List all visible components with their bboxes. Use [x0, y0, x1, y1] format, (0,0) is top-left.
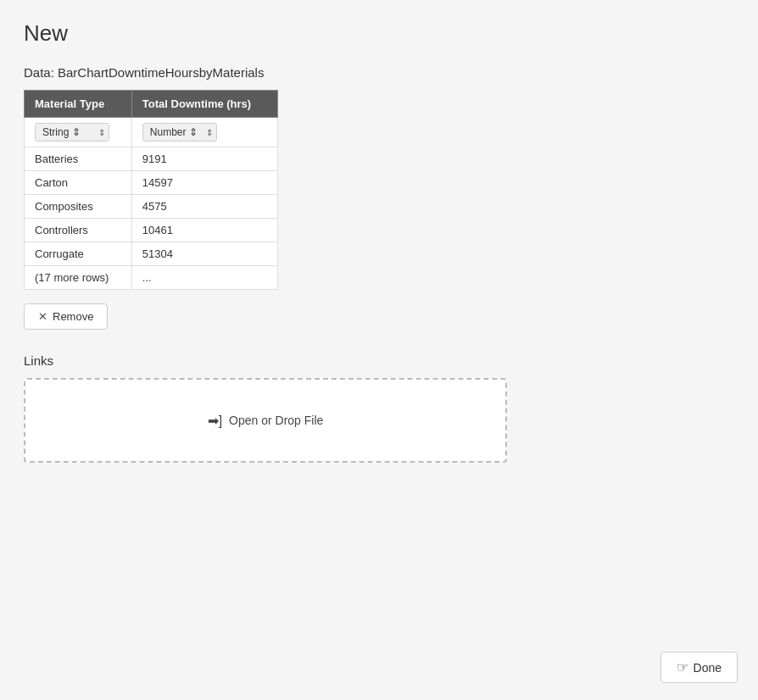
data-table: Material Type Total Downtime (hrs) Strin…: [24, 90, 278, 290]
page-container: New Data: BarChartDowntimeHoursbyMateria…: [0, 0, 758, 700]
type-select-cell-downtime: Number ⇕ String ⇕ Date ⇕ Boolean ⇕: [131, 118, 277, 147]
cell-material-type: Carton: [25, 171, 132, 195]
cell-material-type: Composites: [25, 195, 132, 219]
column-header-total-downtime: Total Downtime (hrs): [131, 91, 277, 118]
cell-total-downtime: 9191: [131, 147, 277, 171]
page-title: New: [24, 20, 734, 47]
x-icon: ✕: [38, 310, 47, 323]
column-header-material-type: Material Type: [25, 91, 132, 118]
cell-material-type: Corrugate: [25, 242, 132, 266]
string-select-wrapper[interactable]: String ⇕ Number ⇕ Date ⇕ Boolean ⇕: [35, 123, 109, 142]
drop-zone[interactable]: ➡] Open or Drop File: [24, 378, 507, 463]
type-select-cell-material: String ⇕ Number ⇕ Date ⇕ Boolean ⇕: [25, 118, 132, 147]
cell-more-rows-ellipsis: ...: [131, 266, 277, 290]
drop-zone-label: Open or Drop File: [229, 414, 323, 427]
cell-total-downtime: 51304: [131, 242, 277, 266]
table-row-more: (17 more rows) ...: [25, 266, 278, 290]
material-type-select[interactable]: String ⇕ Number ⇕ Date ⇕ Boolean ⇕: [35, 123, 109, 142]
table-row: Batteries 9191: [25, 147, 278, 171]
table-row: Carton 14597: [25, 171, 278, 195]
open-file-icon: ➡]: [208, 413, 222, 429]
cell-total-downtime: 10461: [131, 219, 277, 242]
done-button-label: Done: [694, 661, 722, 675]
drop-zone-content: ➡] Open or Drop File: [208, 413, 324, 429]
table-row: Corrugate 51304: [25, 242, 278, 266]
cell-material-type: Controllers: [25, 219, 132, 242]
downtime-type-select[interactable]: Number ⇕ String ⇕ Date ⇕ Boolean ⇕: [142, 123, 217, 142]
number-select-wrapper[interactable]: Number ⇕ String ⇕ Date ⇕ Boolean ⇕: [142, 123, 217, 142]
table-row: Controllers 10461: [25, 219, 278, 242]
data-section-label: Data: BarChartDowntimeHoursbyMaterials: [24, 65, 734, 80]
cell-total-downtime: 4575: [131, 195, 277, 219]
cell-total-downtime: 14597: [131, 171, 277, 195]
cursor-icon: ☞: [677, 659, 688, 675]
done-button[interactable]: ☞ Done: [660, 652, 738, 683]
cell-material-type: Batteries: [25, 147, 132, 171]
cell-more-rows: (17 more rows): [25, 266, 132, 290]
remove-button[interactable]: ✕ Remove: [24, 303, 108, 330]
table-row: Composites 4575: [25, 195, 278, 219]
links-section-label: Links: [24, 353, 734, 368]
remove-button-label: Remove: [53, 310, 93, 323]
